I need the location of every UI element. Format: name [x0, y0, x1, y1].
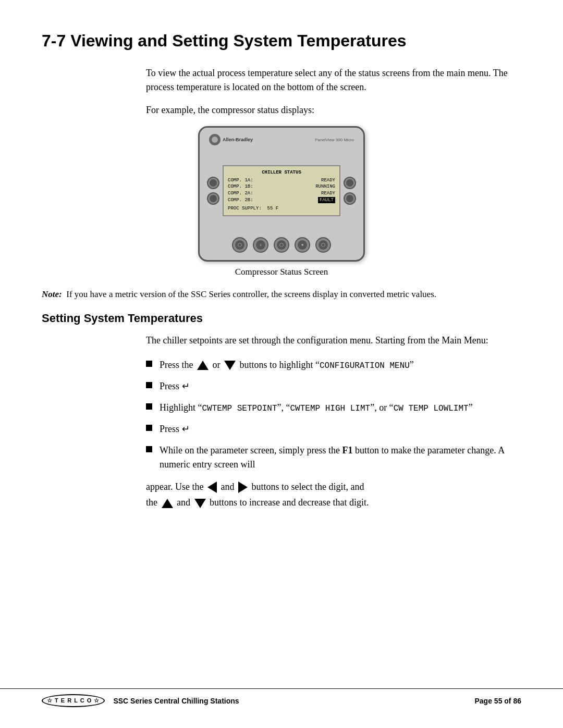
bullet-square-4 [146, 425, 152, 431]
bullet-content-2: Press ↵ [160, 379, 521, 393]
bullet-item-1: Press the or buttons to highlight “CONFI… [146, 358, 521, 372]
note-label: Note: [42, 289, 62, 299]
device-frame: Allen-Bradley PanelView 300 Micro C [198, 126, 365, 262]
highlight-text: Highlight “CWTEMP SETPOINT”, “CWTEMP HIG… [160, 402, 473, 413]
arrow-left-icon [207, 482, 217, 493]
device-image-container: Allen-Bradley PanelView 300 Micro C [193, 126, 370, 277]
screen-row-4: COMP. 2B:FAULT [228, 197, 335, 204]
press-label-1: Press the [160, 360, 193, 370]
bullet-item-5: While on the parameter screen, simply pr… [146, 443, 521, 472]
bullet-item-3: Highlight “CWTEMP SETPOINT”, “CWTEMP HIG… [146, 401, 521, 415]
bullet-content-5: While on the parameter screen, simply pr… [160, 443, 521, 472]
note-section: Note: If you have a metric version of th… [42, 288, 480, 301]
subsection-title: Setting System Temperatures [42, 312, 521, 325]
page-title: 7-7 Viewing and Setting System Temperatu… [42, 31, 521, 51]
arrow-up-icon-1 [197, 361, 209, 370]
bullet-content-3: Highlight “CWTEMP SETPOINT”, “CWTEMP HIG… [160, 401, 521, 415]
arrow-right-icon [238, 482, 248, 493]
arrow-up-icon-2 [162, 499, 173, 508]
note-text: If you have a metric version of the SSC … [66, 289, 436, 299]
bottom-btn-1: ◯ [232, 237, 248, 253]
page-container: 7-7 Viewing and Setting System Temperatu… [0, 0, 563, 728]
screen-supply: PROC SUPPLY: 55 F [228, 205, 335, 212]
appear-text-after: buttons to select the digit, and [251, 482, 364, 492]
device-screen-area: CHILLER STATUS COMP. 1A:READY COMP. 1B:R… [207, 146, 356, 235]
screen-row-3: COMP. 2A:READY [228, 190, 335, 197]
bullet-content-4: Press ↵ [160, 422, 521, 436]
f1-text: While on the parameter screen, simply pr… [160, 445, 504, 470]
device-logo-text: Allen-Bradley [223, 137, 253, 142]
device-logo-icon [209, 134, 221, 145]
screen-row-1: COMP. 1A:READY [228, 177, 335, 184]
footer-page-text: Page 55 of 86 [475, 697, 522, 705]
footer-logo: ☆ T E R L C O ☆ SSC Series Central Chill… [42, 694, 239, 707]
bullet-content-1: Press the or buttons to highlight “CONFI… [160, 358, 521, 372]
subsection-intro: The chiller setpoints are set through th… [146, 334, 521, 348]
side-buttons-right [344, 177, 356, 205]
device-top-bar: Allen-Bradley PanelView 300 Micro [207, 133, 356, 146]
appear-line2-and: and [177, 497, 190, 508]
bullet-square-5 [146, 446, 152, 452]
device-bottom-buttons: ◯ 2 ◯ ■ ◯ [232, 237, 331, 253]
sterleo-logo-text: ☆ T E R L C O ☆ [47, 697, 100, 704]
example-text: For example, the compressor status displ… [146, 105, 521, 116]
bottom-btn-5: ◯ [315, 237, 331, 253]
bullet-item-4: Press ↵ [146, 422, 521, 436]
arrow-down-icon-1 [224, 361, 236, 370]
appear-line-1: appear. Use the and buttons to select th… [146, 479, 521, 511]
intro-text: To view the actual process temperature s… [146, 66, 521, 94]
device-screen: CHILLER STATUS COMP. 1A:READY COMP. 1B:R… [223, 165, 340, 216]
bullet-item-2: Press ↵ [146, 379, 521, 393]
screen-title: CHILLER STATUS [228, 169, 335, 176]
bottom-btn-2: 2 [253, 237, 268, 253]
or-label: or [213, 360, 223, 370]
appear-line2-before: the [146, 497, 157, 508]
footer: ☆ T E R L C O ☆ SSC Series Central Chill… [0, 688, 563, 707]
device-model-text: PanelView 300 Micro [315, 138, 354, 142]
sterleo-logo: ☆ T E R L C O ☆ [42, 694, 105, 707]
side-btn-right-2 [344, 192, 356, 205]
press-after-1: buttons to highlight “CONFIGURATION MENU… [240, 360, 414, 370]
bottom-btn-3: ◯ [274, 237, 289, 253]
side-btn-right-1 [344, 177, 356, 189]
footer-company-text: SSC Series Central Chilling Stations [113, 697, 239, 705]
appear-line2-after: buttons to increase and decrease that di… [210, 497, 369, 508]
appear-text-before: appear. Use the [146, 482, 203, 492]
side-buttons-left [207, 177, 219, 205]
side-btn-left-2 [207, 192, 219, 205]
bottom-btn-4: ■ [295, 237, 310, 253]
bullet-square-3 [146, 403, 152, 410]
side-btn-left-1 [207, 177, 219, 189]
device-caption: Compressor Status Screen [235, 267, 328, 277]
appear-and: and [221, 482, 234, 492]
press-label-4: Press ↵ [160, 424, 190, 434]
arrow-down-icon-2 [194, 499, 206, 508]
bullet-square-2 [146, 382, 152, 388]
press-label-2: Press ↵ [160, 381, 190, 391]
screen-row-2: COMP. 1B:RUNNING [228, 183, 335, 190]
bullet-square-1 [146, 361, 152, 367]
bullet-list: Press the or buttons to highlight “CONFI… [146, 358, 521, 472]
